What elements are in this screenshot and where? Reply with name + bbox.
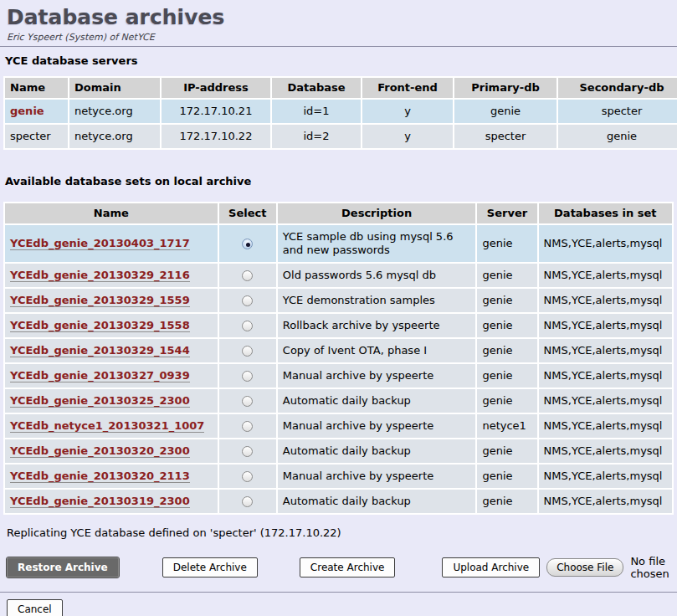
select-radio[interactable] [242, 321, 253, 331]
archive-description: Old passwords 5.6 mysql db [278, 264, 476, 287]
archive-row: YCEdb_netyce1_20130321_1007 Manual archi… [5, 414, 672, 438]
create-archive-button[interactable]: Create Archive [300, 557, 396, 578]
action-bar: Restore Archive Delete Archive Create Ar… [7, 555, 677, 580]
servers-section-heading: YCE database servers [5, 54, 677, 68]
archive-description: Copy of Ivent OTA, phase I [278, 339, 476, 362]
archive-row: YCEdb_genie_20130329_2116 Old passwords … [5, 264, 672, 287]
replication-note: Replicating YCE database defined on 'spe… [7, 526, 677, 540]
restore-archive-button[interactable]: Restore Archive [7, 557, 119, 578]
archive-name-link[interactable]: YCEdb_netyce1_20130321_1007 [10, 419, 204, 433]
archive-name-link[interactable]: YCEdb_genie_20130329_2116 [10, 269, 190, 282]
select-radio[interactable] [242, 446, 253, 457]
select-radio[interactable] [242, 496, 253, 507]
server-domain: netyce.org [69, 100, 160, 123]
archive-server: genie [477, 389, 536, 413]
server-ip: 172.17.10.21 [162, 100, 270, 123]
server-primarydb: specter [454, 125, 556, 148]
server-secondarydb: genie [558, 125, 677, 148]
server-ip: 172.17.10.22 [162, 125, 270, 148]
archive-name-link[interactable]: YCEdb_genie_20130329_1559 [10, 294, 190, 307]
col-header-ip: IP-address [162, 78, 270, 98]
archive-server: genie [477, 364, 536, 388]
archive-name-link[interactable]: YCEdb_genie_20130320_2113 [10, 470, 190, 483]
servers-header-row: Name Domain IP-address Database Front-en… [5, 78, 677, 98]
archive-description: Automatic daily backup [278, 439, 476, 463]
archive-databases: NMS,YCE,alerts,mysql [539, 339, 672, 362]
archive-row: YCEdb_genie_20130403_1717 YCE sample db … [5, 225, 672, 262]
col-header-domain: Domain [69, 78, 160, 98]
archive-databases: NMS,YCE,alerts,mysql [539, 414, 672, 438]
archive-name-link[interactable]: YCEdb_genie_20130403_1717 [10, 237, 190, 250]
server-primarydb: genie [454, 100, 556, 123]
col-header-secondarydb: Secondary-db [558, 78, 677, 98]
archive-row: YCEdb_genie_20130329_1559 YCE demonstrat… [5, 289, 672, 312]
col-header-name: Name [5, 78, 68, 98]
archive-server: genie [477, 490, 536, 513]
select-radio[interactable] [242, 421, 253, 432]
server-row: specter netyce.org 172.17.10.22 id=2 y s… [5, 125, 677, 148]
col-header-description: Description [278, 203, 476, 223]
col-header-select: Select [219, 203, 276, 223]
archive-description: Automatic daily backup [278, 490, 476, 513]
archive-row: YCEdb_genie_20130327_0939 Manual archive… [5, 364, 672, 388]
archive-row: YCEdb_genie_20130329_1544 Copy of Ivent … [5, 339, 672, 362]
archive-description: YCE demonstration samples [278, 289, 476, 312]
archive-name-link[interactable]: YCEdb_genie_20130329_1558 [10, 319, 190, 332]
header-divider [0, 46, 677, 47]
upload-archive-button[interactable]: Upload Archive [442, 557, 540, 578]
server-name: genie [5, 100, 68, 123]
select-radio[interactable] [242, 346, 253, 357]
archive-server: genie [477, 439, 536, 463]
archive-databases: NMS,YCE,alerts,mysql [539, 314, 672, 337]
select-radio[interactable] [242, 396, 253, 407]
archive-server: genie [477, 339, 536, 362]
archive-name-link[interactable]: YCEdb_genie_20130329_1544 [10, 344, 190, 357]
archive-databases: NMS,YCE,alerts,mysql [539, 225, 672, 262]
archive-name-link[interactable]: YCEdb_genie_20130319_2300 [10, 495, 190, 508]
archive-row: YCEdb_genie_20130320_2300 Automatic dail… [5, 439, 672, 463]
server-database: id=2 [272, 125, 361, 148]
archive-server: genie [477, 314, 536, 337]
archive-server: netyce1 [477, 414, 536, 438]
archive-description: Manual archive by yspeerte [278, 364, 476, 388]
col-header-frontend: Front-end [362, 78, 453, 98]
col-header-databases: Databases in set [539, 203, 672, 223]
page-subtitle: Eric Yspeert (System) of NetYCE [7, 32, 677, 43]
footer-divider [0, 592, 677, 593]
select-radio[interactable] [242, 371, 253, 382]
archive-databases: NMS,YCE,alerts,mysql [539, 264, 672, 287]
col-header-server: Server [477, 203, 536, 223]
delete-archive-button[interactable]: Delete Archive [162, 557, 258, 578]
select-radio[interactable] [242, 471, 253, 482]
server-frontend: y [362, 100, 453, 123]
archives-table: Name Select Description Server Databases… [3, 202, 674, 515]
archive-name-link[interactable]: YCEdb_genie_20130320_2300 [10, 444, 190, 458]
col-header-name: Name [5, 203, 218, 223]
server-secondarydb: specter [558, 100, 677, 123]
cancel-button[interactable]: Cancel [7, 599, 63, 616]
choose-file-button[interactable]: Choose File [546, 558, 623, 577]
col-header-primarydb: Primary-db [454, 78, 556, 98]
archive-server: genie [477, 225, 536, 262]
server-row: genie netyce.org 172.17.10.21 id=1 y gen… [5, 100, 677, 123]
archive-description: Manual archive by yspeerte [278, 414, 476, 438]
archive-row: YCEdb_genie_20130319_2300 Automatic dail… [5, 490, 672, 513]
archive-row: YCEdb_genie_20130320_2113 Manual archive… [5, 465, 672, 488]
archive-databases: NMS,YCE,alerts,mysql [539, 490, 672, 513]
archive-row: YCEdb_genie_20130325_2300 Automatic dail… [5, 389, 672, 413]
server-frontend: y [362, 125, 453, 148]
archive-databases: NMS,YCE,alerts,mysql [539, 389, 672, 413]
archive-description: YCE sample db using mysql 5.6 and new pa… [278, 225, 476, 262]
archive-name-link[interactable]: YCEdb_genie_20130327_0939 [10, 369, 190, 382]
archive-description: Automatic daily backup [278, 389, 476, 413]
archives-section-heading: Available database sets on local archive [5, 175, 677, 188]
archive-server: genie [477, 465, 536, 488]
select-radio[interactable] [242, 295, 253, 306]
select-radio[interactable] [242, 239, 253, 249]
server-database: id=1 [272, 100, 361, 123]
server-name: specter [5, 125, 68, 148]
archive-name-link[interactable]: YCEdb_genie_20130325_2300 [10, 394, 190, 408]
archive-databases: NMS,YCE,alerts,mysql [539, 364, 672, 388]
no-file-chosen-text: No file chosen [630, 555, 677, 580]
select-radio[interactable] [242, 270, 253, 281]
